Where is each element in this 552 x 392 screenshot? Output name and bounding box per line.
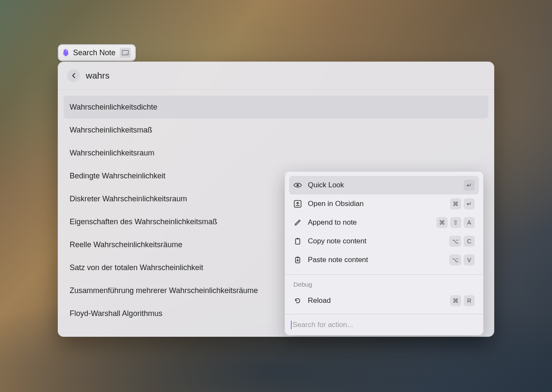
result-title: Wahrscheinlichkeitsdichte [70, 103, 157, 112]
shortcut-keys: ⌘⇧A [437, 217, 475, 228]
key: A [464, 217, 475, 228]
section-title-debug: Debug [289, 279, 479, 291]
key: ⌘ [450, 295, 461, 306]
result-title: Wahrscheinlichkeitsmaß [70, 126, 152, 135]
key: ↵ [464, 198, 475, 209]
key: ⇧ [450, 217, 461, 228]
action-label: Copy note content [308, 237, 443, 245]
text-caret [291, 321, 292, 329]
action-item[interactable]: Paste note content⌥V [289, 251, 479, 269]
search-row [58, 62, 494, 90]
result-title: Wahrscheinlichkeitsraum [70, 149, 154, 158]
result-item[interactable]: Wahrscheinlichkeitsmaß [64, 118, 488, 141]
result-title: Diskreter Wahrscheinlichkeitsraum [70, 195, 187, 203]
result-title: Zusammenführung mehrerer Wahrscheinlichk… [70, 286, 258, 295]
pencil-icon [293, 219, 302, 226]
svg-rect-7 [297, 257, 299, 258]
result-item[interactable]: Wahrscheinlichkeitsdichte [64, 96, 488, 118]
action-label: Quick Look [308, 181, 458, 189]
svg-rect-5 [297, 238, 299, 240]
key: ↵ [464, 180, 475, 191]
action-label: Append to note [308, 218, 431, 227]
divider [285, 274, 483, 275]
result-title: Satz von der totalen Wahrscheinlichkeit [70, 263, 203, 272]
result-title: Reelle Wahrscheinlichkeitsräume [70, 240, 182, 249]
action-label: Paste note content [308, 256, 443, 264]
obsidian-icon [63, 49, 69, 56]
result-title: Eigenschaften des Wahrscheinlichkeitsmaß [70, 217, 217, 226]
key: R [464, 295, 475, 306]
shortcut-keys: ⌘R [450, 295, 475, 306]
key: ⌥ [449, 236, 461, 247]
search-input[interactable] [86, 71, 485, 81]
action-panel: Quick Look↵Open in Obsidian⌘↵Append to n… [284, 171, 484, 336]
svg-rect-0 [122, 51, 129, 55]
action-search-row [285, 314, 483, 335]
key: ⌥ [449, 254, 461, 265]
action-item[interactable]: Copy note content⌥C [289, 232, 479, 251]
action-label: Reload [308, 296, 444, 305]
open-external-icon [293, 200, 302, 208]
shortcut-keys: ⌥V [449, 254, 475, 265]
action-list: Quick Look↵Open in Obsidian⌘↵Append to n… [285, 172, 483, 314]
clipboard-paste-icon [293, 256, 302, 264]
svg-point-1 [127, 54, 127, 54]
result-title: Floyd-Warshall Algorithmus [70, 309, 162, 318]
eye-icon [293, 182, 302, 188]
chevron-left-icon [72, 73, 76, 78]
vault-icon [120, 48, 131, 58]
action-search-input[interactable] [293, 321, 477, 329]
svg-rect-4 [296, 239, 300, 244]
clipboard-copy-icon [293, 237, 302, 245]
reload-icon [293, 297, 302, 305]
shortcut-keys: ⌥C [449, 236, 475, 247]
breadcrumb-label: Search Note [73, 48, 115, 57]
result-item[interactable]: Wahrscheinlichkeitsraum [64, 141, 488, 164]
shortcut-keys: ↵ [464, 180, 475, 191]
action-item[interactable]: Append to note⌘⇧A [289, 213, 479, 232]
back-button[interactable] [67, 69, 80, 82]
key: C [464, 236, 475, 247]
svg-point-2 [296, 184, 299, 186]
action-item[interactable]: Open in Obsidian⌘↵ [289, 195, 479, 213]
action-item[interactable]: Reload⌘R [289, 291, 479, 310]
shortcut-keys: ⌘↵ [450, 198, 475, 209]
action-label: Open in Obsidian [308, 200, 444, 208]
breadcrumb[interactable]: Search Note [58, 44, 136, 61]
key: ⌘ [450, 198, 461, 209]
key: ⌘ [437, 217, 448, 228]
action-item[interactable]: Quick Look↵ [289, 176, 479, 195]
key: V [464, 254, 475, 265]
result-title: Bedingte Wahrscheinlichkeit [70, 172, 165, 180]
